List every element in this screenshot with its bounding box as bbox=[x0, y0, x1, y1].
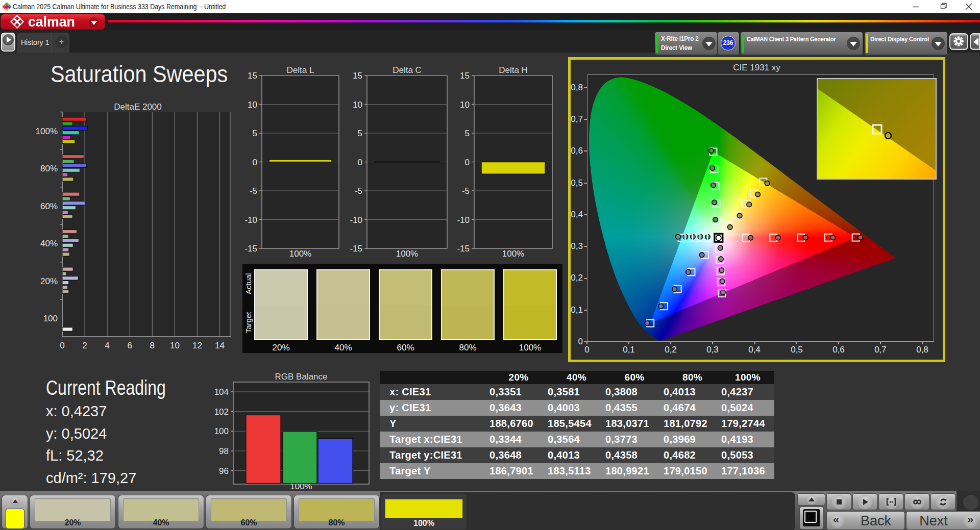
svg-text:-5: -5 bbox=[462, 186, 470, 196]
svg-text:0: 0 bbox=[60, 341, 64, 350]
svg-text:Delta C: Delta C bbox=[393, 65, 422, 75]
svg-text:6: 6 bbox=[127, 341, 132, 350]
svg-text:-10: -10 bbox=[350, 215, 362, 225]
svg-text:15: 15 bbox=[353, 71, 362, 81]
svg-text:15: 15 bbox=[248, 71, 257, 81]
svg-text:15: 15 bbox=[460, 71, 470, 81]
svg-text:10: 10 bbox=[170, 341, 180, 350]
svg-text:5: 5 bbox=[465, 129, 470, 138]
svg-text:96: 96 bbox=[219, 466, 229, 476]
svg-text:0: 0 bbox=[465, 158, 470, 167]
svg-text:2: 2 bbox=[82, 341, 87, 350]
svg-text:4: 4 bbox=[105, 341, 109, 350]
svg-text:-15: -15 bbox=[457, 244, 470, 254]
svg-text:DeltaE 2000: DeltaE 2000 bbox=[114, 104, 162, 112]
svg-text:-10: -10 bbox=[245, 215, 257, 225]
svg-text:12: 12 bbox=[192, 341, 202, 350]
svg-text:Delta H: Delta H bbox=[499, 65, 528, 75]
svg-text:98: 98 bbox=[219, 446, 229, 456]
svg-text:100%: 100% bbox=[36, 127, 58, 136]
svg-text:Delta L: Delta L bbox=[287, 65, 314, 75]
svg-text:-5: -5 bbox=[355, 186, 362, 196]
svg-text:100%: 100% bbox=[289, 249, 311, 259]
svg-text:60%: 60% bbox=[40, 201, 58, 211]
svg-text:-15: -15 bbox=[350, 244, 362, 254]
svg-text:5: 5 bbox=[253, 129, 257, 138]
svg-text:104: 104 bbox=[214, 387, 229, 397]
svg-text:-5: -5 bbox=[250, 186, 257, 196]
svg-text:80%: 80% bbox=[40, 164, 58, 173]
svg-text:100: 100 bbox=[214, 426, 229, 436]
svg-text:0: 0 bbox=[253, 158, 257, 167]
svg-text:-10: -10 bbox=[457, 215, 470, 225]
svg-text:14: 14 bbox=[215, 341, 225, 350]
svg-text:8: 8 bbox=[150, 341, 155, 350]
svg-text:10: 10 bbox=[353, 100, 362, 110]
svg-text:102: 102 bbox=[214, 407, 229, 417]
svg-text:-15: -15 bbox=[245, 244, 257, 254]
svg-text:RGB Balance: RGB Balance bbox=[275, 372, 328, 382]
svg-text:100%: 100% bbox=[502, 249, 524, 259]
svg-text:5: 5 bbox=[358, 129, 362, 138]
svg-text:0: 0 bbox=[358, 158, 362, 167]
svg-text:20%: 20% bbox=[40, 276, 58, 286]
svg-text:100: 100 bbox=[43, 314, 58, 323]
svg-text:10: 10 bbox=[248, 100, 257, 110]
svg-text:100%: 100% bbox=[396, 249, 418, 259]
svg-text:10: 10 bbox=[460, 100, 470, 110]
svg-text:40%: 40% bbox=[40, 239, 58, 248]
